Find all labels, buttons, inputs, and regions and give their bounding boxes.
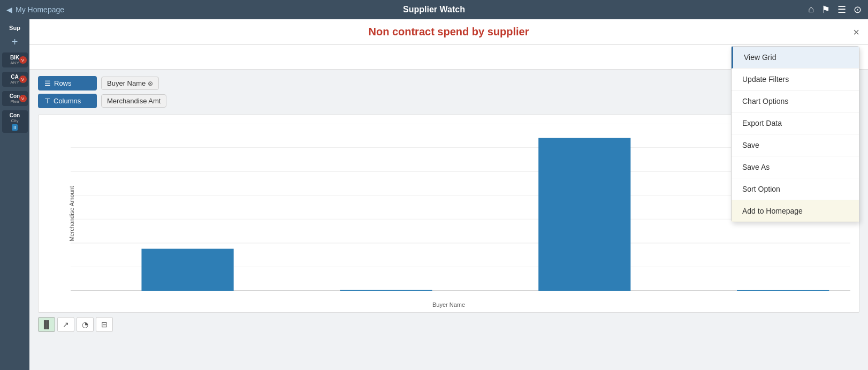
bar-hosking-andrew bbox=[340, 290, 432, 291]
chart-line-button[interactable]: ↗ bbox=[57, 317, 74, 332]
sidebar-bik-badge: V bbox=[19, 56, 27, 64]
sidebar-con2-pause: II bbox=[12, 124, 18, 131]
user-icon[interactable]: ⊙ bbox=[854, 4, 862, 16]
chart-bar-button[interactable]: ▐▌ bbox=[38, 317, 55, 332]
top-bar: ◀ My Homepage Supplier Watch ⌂ ⚑ ☰ ⊙ bbox=[0, 0, 868, 19]
main-layout: Sup + BIK ANY V CA ANY V Con Plea V Con … bbox=[0, 19, 868, 370]
modal-header: Non contract spend by supplier × bbox=[29, 19, 868, 45]
chart-options-label: Chart Options bbox=[742, 97, 788, 105]
sidebar-con2-title: Con bbox=[4, 112, 26, 118]
modal-title: Non contract spend by supplier bbox=[368, 26, 529, 38]
sort-option-label: Sort Option bbox=[742, 185, 780, 193]
columns-icon: ⊤ bbox=[44, 97, 50, 105]
bar-calvin-roth bbox=[141, 249, 233, 291]
merchandise-amt-tag[interactable]: Merchandise Amt bbox=[101, 94, 166, 108]
dropdown-item-view-grid[interactable]: View Grid bbox=[732, 47, 859, 69]
buyer-name-remove-icon[interactable]: ⊗ bbox=[148, 80, 153, 87]
columns-text: Columns bbox=[54, 97, 81, 105]
sidebar-ca-badge: V bbox=[19, 75, 27, 83]
sidebar-logo: Sup bbox=[9, 25, 20, 32]
rows-label: ☰ Rows bbox=[38, 76, 97, 90]
chart-type-icons: ▐▌ ↗ ◔ ⊟ bbox=[38, 317, 859, 332]
sidebar-con1-badge: V bbox=[19, 95, 27, 102]
sidebar-sup-label: Sup bbox=[9, 25, 20, 31]
buyer-name-tag[interactable]: Buyer Name ⊗ bbox=[101, 77, 159, 90]
back-button[interactable]: ◀ My Homepage bbox=[6, 5, 64, 14]
back-arrow-icon: ◀ bbox=[6, 5, 12, 14]
flag-icon[interactable]: ⚑ bbox=[821, 4, 830, 16]
chart-y-axis-label: Merchandise Amount bbox=[68, 186, 75, 241]
bar-kenneth-schumacher bbox=[538, 138, 630, 291]
sidebar-item-bik[interactable]: BIK ANY V bbox=[2, 52, 28, 67]
rows-icon: ☰ bbox=[44, 79, 51, 87]
sidebar: Sup + BIK ANY V CA ANY V Con Plea V Con … bbox=[0, 19, 29, 370]
rows-text: Rows bbox=[54, 79, 72, 87]
bar-phillips-jarred bbox=[737, 290, 829, 291]
sidebar-add-button[interactable]: + bbox=[12, 36, 18, 48]
dropdown-item-save[interactable]: Save bbox=[732, 134, 859, 156]
chart-x-axis-label: Buyer Name bbox=[432, 301, 465, 308]
update-filters-label: Update Filters bbox=[742, 75, 789, 84]
back-label: My Homepage bbox=[16, 5, 64, 14]
dropdown-menu: View Grid Update Filters Chart Options E… bbox=[731, 46, 859, 222]
save-label: Save bbox=[742, 141, 759, 149]
view-grid-label: View Grid bbox=[744, 53, 776, 62]
dropdown-item-chart-options[interactable]: Chart Options bbox=[732, 90, 859, 112]
merchandise-amt-tag-text: Merchandise Amt bbox=[107, 97, 161, 105]
sidebar-item-con1[interactable]: Con Plea V bbox=[2, 91, 28, 106]
menu-icon[interactable]: ☰ bbox=[837, 4, 846, 16]
modal-close-button[interactable]: × bbox=[853, 26, 859, 38]
dropdown-item-update-filters[interactable]: Update Filters bbox=[732, 69, 859, 90]
sidebar-con2-sub: City bbox=[4, 118, 26, 123]
home-icon[interactable]: ⌂ bbox=[808, 4, 814, 16]
chart-table-button[interactable]: ⊟ bbox=[96, 317, 113, 332]
content-area: Non contract spend by supplier × Edit ⚙ … bbox=[29, 19, 868, 370]
add-to-homepage-label: Add to Homepage bbox=[742, 207, 803, 215]
save-as-label: Save As bbox=[742, 163, 770, 171]
dropdown-item-save-as[interactable]: Save As bbox=[732, 156, 859, 178]
sidebar-item-con2[interactable]: Con City II bbox=[2, 110, 28, 133]
dropdown-item-export-data[interactable]: Export Data bbox=[732, 112, 859, 134]
export-data-label: Export Data bbox=[742, 119, 782, 127]
top-bar-icons: ⌂ ⚑ ☰ ⊙ bbox=[808, 4, 862, 16]
buyer-name-tag-text: Buyer Name bbox=[107, 79, 146, 87]
app-title: Supplier Watch bbox=[403, 5, 465, 14]
sidebar-item-ca[interactable]: CA ANY V bbox=[2, 72, 28, 87]
dropdown-item-add-to-homepage[interactable]: Add to Homepage bbox=[732, 200, 859, 222]
chart-pie-button[interactable]: ◔ bbox=[77, 317, 94, 332]
dropdown-item-sort-option[interactable]: Sort Option bbox=[732, 178, 859, 200]
columns-label: ⊤ Columns bbox=[38, 94, 97, 108]
